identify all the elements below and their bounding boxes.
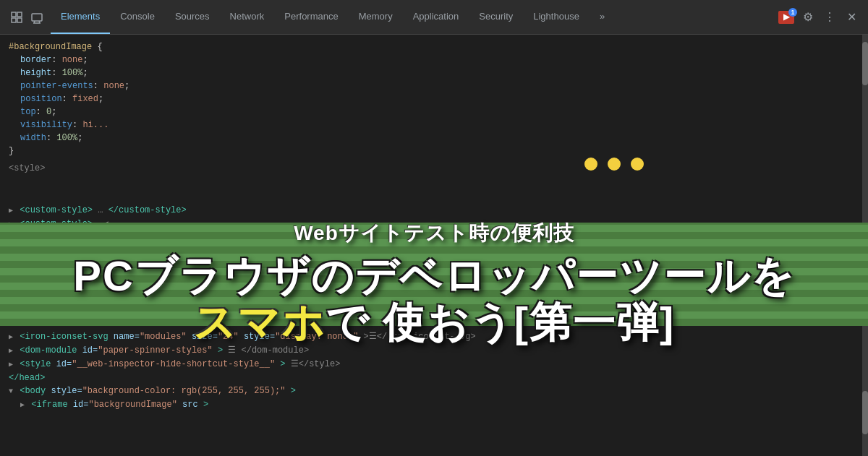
devtools-icon-1[interactable]: [9, 9, 25, 25]
code-line-5: position: fixed;: [9, 93, 859, 106]
subtitle-text: Webサイトテスト時の便利技: [294, 220, 574, 247]
code-line-9: }: [9, 145, 859, 158]
close-icon[interactable]: ✕: [843, 9, 859, 25]
dots-decoration: [584, 158, 644, 171]
scrollbar-thumb[interactable]: [862, 42, 868, 85]
code-line-7: visibility: hi...: [9, 119, 859, 132]
code-line-8: width: 100%;: [9, 132, 859, 145]
dot-1: [584, 158, 597, 171]
bottom-line-3: ▶ <style id="__web-inspector-hide-shortc…: [9, 358, 859, 371]
tab-lighthouse[interactable]: Lighthouse: [523, 0, 590, 34]
main-title-line1: PCブラウザのデベロッパーツールを: [73, 253, 795, 299]
tab-memory[interactable]: Memory: [349, 0, 403, 34]
tab-elements[interactable]: Elements: [51, 0, 110, 34]
tab-application[interactable]: Application: [403, 0, 469, 34]
more-options-icon[interactable]: ⋮: [822, 9, 838, 25]
code-line-1: #backgroundImage {: [9, 40, 859, 53]
svg-rect-1: [17, 12, 22, 17]
bottom-line-5: ▼ <body style="background-color: rgb(255…: [9, 384, 859, 398]
bottom-scrollbar-thumb[interactable]: [862, 391, 868, 434]
record-badge: 1: [788, 8, 797, 17]
tab-security[interactable]: Security: [469, 0, 523, 34]
devtools-top-panel: #backgroundImage { border: none; height:…: [0, 35, 868, 223]
devtools-right-icons: ▶ 1 ⚙ ⋮ ✕: [773, 9, 865, 25]
devtools-icon-2[interactable]: [29, 9, 45, 25]
scrollbar[interactable]: [862, 35, 868, 223]
svg-rect-0: [12, 12, 16, 17]
dot-3: [631, 158, 644, 171]
devtools-tabs: Elements Console Sources Network Perform…: [51, 0, 773, 34]
settings-icon[interactable]: ⚙: [800, 9, 816, 25]
devtools-left-icons: [3, 9, 51, 25]
bottom-line-4: </head>: [9, 371, 859, 384]
code-line-3: height: 100%;: [9, 66, 859, 79]
svg-rect-3: [17, 18, 22, 22]
tab-console[interactable]: Console: [110, 0, 165, 34]
record-icon[interactable]: ▶ 1: [778, 11, 794, 24]
overlay-content: Webサイトテスト時の便利技 PCブラウザのデベロッパーツールを スマホで 使お…: [0, 208, 868, 356]
tab-sources[interactable]: Sources: [165, 0, 220, 34]
code-line-2: border: none;: [9, 53, 859, 66]
svg-rect-2: [12, 18, 16, 22]
main-title-line2-mid: で 使おう[第一弾]: [326, 298, 676, 345]
svg-rect-4: [32, 14, 42, 21]
tab-performance[interactable]: Performance: [274, 0, 348, 34]
main-content: #backgroundImage { border: none; height:…: [0, 35, 868, 456]
bottom-line-6: ▶ <iframe id="backgroundImage" src >: [9, 398, 859, 412]
code-line-4: pointer-events: none;: [9, 79, 859, 93]
devtools-tabbar: Elements Console Sources Network Perform…: [0, 0, 868, 35]
main-title-line2: スマホで 使おう[第一弾]: [193, 299, 676, 345]
tab-network[interactable]: Network: [220, 0, 275, 34]
code-line-6: top: 0;: [9, 106, 859, 119]
code-line-style: <style>: [9, 162, 859, 175]
dot-2: [608, 158, 621, 171]
highlight-yellow-text: スマホ: [193, 298, 326, 345]
tab-more[interactable]: »: [590, 0, 615, 34]
